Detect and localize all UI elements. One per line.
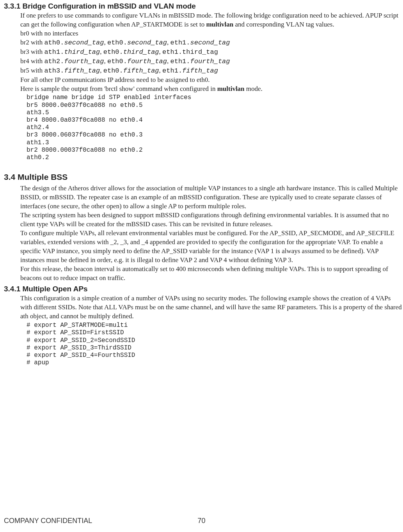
mono-italic: third_tag [64, 48, 100, 56]
text: br5 with [20, 67, 44, 74]
sample-line: Here is sample the output from 'brctl sh… [20, 85, 403, 94]
br4-line: br4 with ath2.fourth_tag, eth0.fourth_ta… [20, 57, 403, 66]
para: For this release, the beacon interval is… [20, 265, 403, 283]
text: , [159, 48, 163, 55]
text: , [100, 48, 103, 55]
bold-multivlan: multivlan [217, 85, 245, 92]
footer-page-number: 70 [197, 517, 205, 525]
text: br2 with [20, 39, 44, 46]
text: , [104, 39, 107, 46]
mono: eth0. [107, 58, 127, 65]
br3-line: br3 with ath1.third_tag, eth0.third_tag,… [20, 48, 403, 57]
text: , [104, 57, 107, 65]
mono-italic: fourth_tag [127, 58, 167, 65]
ip-line: For all other IP communications IP addre… [20, 76, 403, 85]
mono: ath3. [44, 67, 64, 74]
bold-multivlan: multivlan [206, 21, 233, 28]
heading-3-4-1: 3.4.1 Multiple Open APs [4, 285, 403, 293]
text: br4 with [20, 57, 44, 65]
mono-italic: fifth_tag [64, 67, 100, 74]
section-3-4-body: The design of the Atheros driver allows … [20, 184, 403, 282]
mono: eth1.third_tag [162, 48, 218, 56]
export-commands: # export AP_STARTMODE=multi # export AP_… [27, 322, 403, 367]
br2-line: br2 with ath0.second_tag, eth0.second_ta… [20, 38, 403, 48]
heading-3-4: 3.4 Multiple BSS [4, 172, 403, 182]
mono-italic: fifth_tag [123, 67, 159, 74]
page-footer: COMPANY CONFIDENTIAL 70 [0, 517, 403, 525]
para: To configure multiple VAPs, all relevant… [20, 229, 403, 265]
mono-italic: second_tag [64, 39, 104, 46]
mono-italic: second_tag [190, 39, 230, 46]
mono: eth0. [107, 39, 127, 46]
footer-confidential: COMPANY CONFIDENTIAL [4, 517, 92, 525]
mono-italic: third_tag [123, 48, 159, 56]
section-3-4-1-body: This configuration is a simple creation … [20, 294, 403, 321]
br0-line: br0 with no interfaces [20, 29, 403, 38]
mono: ath1. [44, 48, 64, 56]
text: Here is sample the output from 'brctl sh… [20, 85, 217, 92]
mono: eth0. [103, 48, 123, 56]
text: , [159, 67, 163, 74]
para: The scripting system has been designed t… [20, 211, 403, 229]
mono: ath2. [44, 58, 64, 65]
br5-line: br5 with ath3.fifth_tag, eth0.fifth_tag,… [20, 66, 403, 76]
mono: eth1. [170, 39, 190, 46]
para: This configuration is a simple creation … [20, 294, 403, 321]
text: and corresponding VLAN tag values. [233, 21, 334, 28]
mono-italic: fourth_tag [64, 58, 104, 65]
text: , [100, 67, 103, 74]
text: mode. [245, 85, 263, 92]
mono-italic: fourth_tag [190, 58, 230, 65]
para-intro: If one prefers to use commands to config… [20, 11, 403, 29]
section-3-3-1-body: If one prefers to use commands to config… [20, 11, 403, 93]
mono: eth1. [162, 67, 182, 74]
mono: ath0. [44, 39, 64, 46]
heading-3-3-1: 3.3.1 Bridge Configuration in mBSSID and… [4, 2, 403, 11]
para: The design of the Atheros driver allows … [20, 184, 403, 211]
mono-italic: second_tag [127, 39, 167, 46]
text: br3 with [20, 48, 44, 55]
mono: eth0. [103, 67, 123, 74]
brctl-output: bridge name bridge id STP enabled interf… [27, 94, 403, 161]
mono-italic: fifth_tag [182, 67, 218, 74]
mono: eth1. [170, 58, 190, 65]
